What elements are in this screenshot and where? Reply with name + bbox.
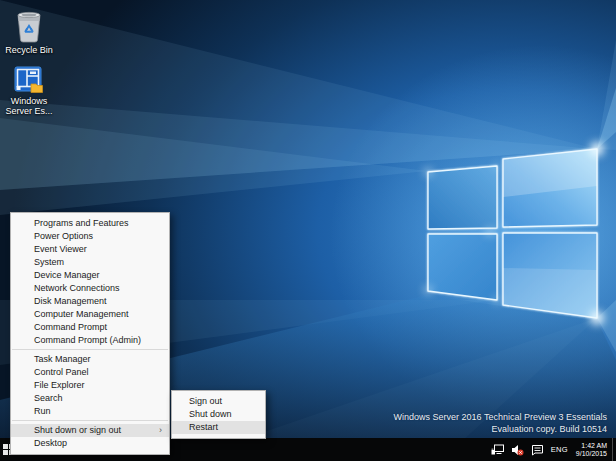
winx-menu-items: Programs and FeaturesPower OptionsEvent …: [11, 217, 169, 450]
language-indicator[interactable]: ENG: [551, 445, 568, 454]
submenu-item-shut-down[interactable]: Shut down: [172, 408, 265, 421]
system-tray: ENG 1:42 AM 9/10/2015: [491, 438, 616, 461]
winx-item-desktop[interactable]: Desktop: [11, 437, 169, 450]
clock-date: 9/10/2015: [576, 450, 607, 458]
winx-item-command-prompt[interactable]: Command Prompt: [11, 321, 169, 334]
taskbar-clock[interactable]: 1:42 AM 9/10/2015: [576, 442, 607, 458]
windows-server-essentials-icon[interactable]: Windows Server Es...: [1, 66, 57, 116]
winx-item-shut-down-or-sign-out[interactable]: Shut down or sign out›: [11, 424, 169, 437]
menu-separator: [12, 420, 168, 421]
menu-separator: [12, 349, 168, 350]
submenu-item-sign-out[interactable]: Sign out: [172, 395, 265, 408]
winx-item-system[interactable]: System: [11, 256, 169, 269]
show-desktop-button[interactable]: [612, 438, 616, 461]
recycle-bin-label: Recycle Bin: [1, 45, 57, 55]
submenu-item-restart[interactable]: Restart: [172, 421, 265, 434]
recycle-bin-glyph: [12, 7, 46, 43]
winx-item-computer-management[interactable]: Computer Management: [11, 308, 169, 321]
evaluation-watermark: Windows Server 2016 Technical Preview 3 …: [394, 411, 607, 435]
watermark-line1: Windows Server 2016 Technical Preview 3 …: [394, 411, 607, 423]
start-flag-pane: [3, 450, 8, 455]
winx-item-power-options[interactable]: Power Options: [11, 230, 169, 243]
shutdown-submenu: Sign outShut downRestart: [171, 390, 266, 439]
winx-item-disk-management[interactable]: Disk Management: [11, 295, 169, 308]
dashboard-glyph: [14, 66, 44, 94]
winx-item-file-explorer[interactable]: File Explorer: [11, 379, 169, 392]
winx-item-event-viewer[interactable]: Event Viewer: [11, 243, 169, 256]
winx-item-task-manager[interactable]: Task Manager: [11, 353, 169, 366]
clock-time: 1:42 AM: [576, 442, 607, 450]
action-center-icon[interactable]: [531, 444, 544, 456]
winx-item-device-manager[interactable]: Device Manager: [11, 269, 169, 282]
shutdown-submenu-items: Sign outShut downRestart: [172, 395, 265, 434]
winx-item-programs-and-features[interactable]: Programs and Features: [11, 217, 169, 230]
winx-item-search[interactable]: Search: [11, 392, 169, 405]
desktop: Recycle Bin Windows Server Es... Windows…: [0, 0, 616, 461]
submenu-arrow-icon: ›: [159, 424, 162, 437]
recycle-bin-icon[interactable]: Recycle Bin: [1, 7, 57, 55]
network-icon[interactable]: [491, 444, 504, 456]
windows-server-essentials-label: Windows Server Es...: [1, 96, 57, 116]
watermark-line2: Evaluation copy. Build 10514: [394, 423, 607, 435]
volume-muted-icon[interactable]: [511, 444, 524, 456]
start-flag-pane: [3, 444, 8, 449]
winx-item-network-connections[interactable]: Network Connections: [11, 282, 169, 295]
winx-item-command-prompt-admin[interactable]: Command Prompt (Admin): [11, 334, 169, 347]
winx-item-control-panel[interactable]: Control Panel: [11, 366, 169, 379]
winx-menu: Programs and FeaturesPower OptionsEvent …: [10, 212, 170, 455]
winx-item-run[interactable]: Run: [11, 405, 169, 418]
